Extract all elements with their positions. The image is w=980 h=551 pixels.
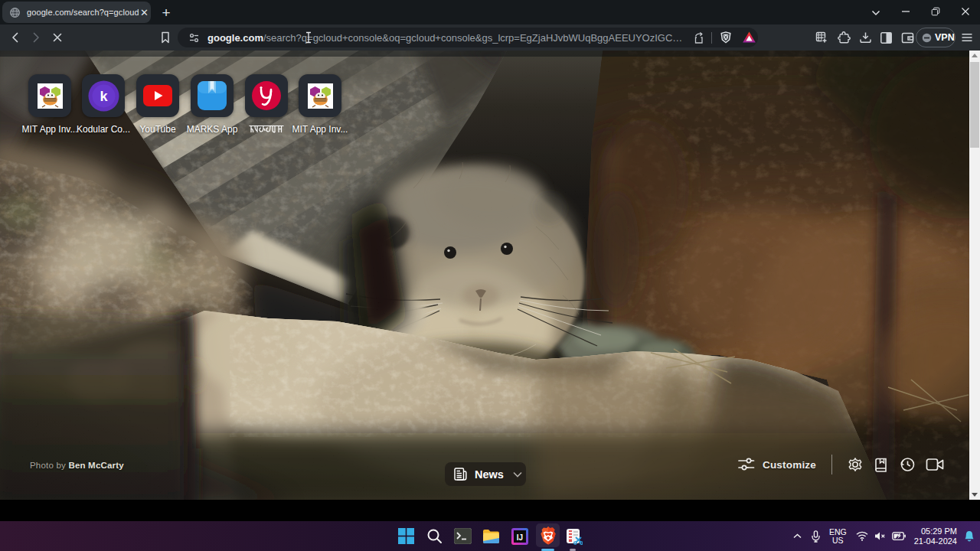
svg-text:k: k [100,89,108,104]
svg-text:IJ: IJ [516,533,522,541]
